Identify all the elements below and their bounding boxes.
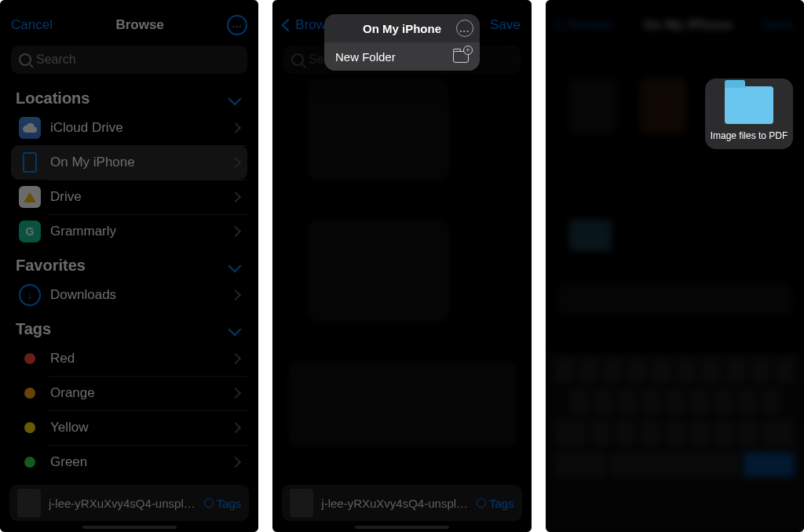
location-label: iCloud Drive	[50, 120, 232, 136]
favorite-downloads[interactable]: ↓ Downloads	[11, 278, 247, 312]
section-title: Tags	[16, 320, 51, 338]
nav-title: On My iPhone	[643, 17, 732, 33]
location-on-my-iphone[interactable]: On My iPhone	[11, 145, 247, 180]
tag-label: Orange	[50, 385, 232, 401]
back-label: Browse	[568, 17, 613, 33]
favorites-list: ↓ Downloads	[0, 278, 258, 312]
tag-dot-icon	[24, 422, 35, 433]
chevron-right-icon	[230, 290, 241, 301]
iphone-icon	[19, 151, 41, 173]
nav-title: Browse	[115, 17, 163, 33]
tag-icon	[477, 498, 486, 508]
chevron-down-icon	[228, 322, 242, 336]
new-folder-action[interactable]: New Folder	[324, 42, 480, 71]
folder-name[interactable]: Image files to PDF	[710, 130, 788, 143]
chevron-right-icon	[230, 353, 241, 364]
selected-file-bar: j-lee-yRXuXvy4sQ4-unsplash Tags	[9, 485, 249, 521]
nav-bar: Browse On My iPhone Save	[546, 8, 804, 42]
file-thumbnail	[290, 489, 313, 517]
file-name: j-lee-yRXuXvy4sQ4-unsplash	[49, 497, 196, 510]
locations-list: iCloud Drive On My iPhone Drive G Gramma…	[0, 111, 258, 249]
section-header-tags[interactable]: Tags	[0, 312, 258, 341]
chevron-back-icon	[282, 19, 295, 32]
popup-more-button[interactable]	[456, 20, 473, 37]
section-header-favorites[interactable]: Favorites	[0, 249, 258, 278]
grammarly-icon: G	[19, 220, 41, 242]
location-grammarly[interactable]: G Grammarly	[11, 214, 247, 249]
folder-options-popup: On My iPhone New Folder	[324, 14, 480, 71]
tag-icon	[204, 498, 214, 508]
tags-list: Red Orange Yellow Green	[0, 341, 258, 479]
chevron-right-icon	[230, 122, 241, 133]
popup-title: On My iPhone	[324, 14, 480, 42]
tags-button[interactable]: Tags	[477, 497, 514, 510]
favorite-label: Downloads	[50, 287, 232, 303]
new-folder-label: New Folder	[335, 50, 396, 64]
new-folder-item[interactable]: Image files to PDF	[705, 78, 793, 149]
location-label: Drive	[50, 189, 232, 205]
location-label: Grammarly	[50, 224, 232, 239]
search-field[interactable]: Search	[11, 46, 247, 74]
tag-dot-icon	[24, 457, 35, 468]
chevron-right-icon	[230, 157, 241, 168]
popup-title-text: On My iPhone	[363, 22, 441, 35]
file-thumbnail	[17, 489, 41, 517]
more-menu-button[interactable]	[227, 15, 247, 35]
ellipsis-icon	[232, 20, 243, 30]
location-label: On My iPhone	[50, 155, 232, 170]
screen-folder-created: Browse On My iPhone Save Image files to …	[546, 0, 804, 532]
screen-browse: Cancel Browse Search Locations iCloud Dr…	[0, 0, 258, 532]
home-indicator[interactable]	[82, 526, 177, 529]
screen-folder-menu: Browse Save Search On My iPhone New Fold…	[272, 0, 531, 532]
chevron-right-icon	[230, 422, 241, 433]
chevron-right-icon	[230, 191, 241, 202]
ellipsis-icon	[460, 22, 470, 35]
save-button[interactable]: Save	[490, 17, 521, 33]
nav-bar: Cancel Browse	[0, 8, 258, 42]
search-placeholder: Search	[36, 53, 76, 67]
tag-red[interactable]: Red	[11, 341, 247, 376]
tag-label: Red	[50, 351, 232, 366]
search-icon	[19, 53, 31, 66]
tag-orange[interactable]: Orange	[11, 376, 247, 410]
location-icloud-drive[interactable]: iCloud Drive	[11, 111, 247, 145]
new-folder-icon	[453, 51, 469, 63]
tag-label: Green	[50, 454, 232, 470]
search-icon	[291, 53, 304, 66]
chevron-right-icon	[230, 388, 241, 399]
tags-button-label: Tags	[217, 497, 242, 510]
chevron-down-icon	[228, 259, 242, 272]
chevron-back-icon	[554, 19, 568, 32]
section-header-locations[interactable]: Locations	[0, 82, 258, 111]
chevron-right-icon	[230, 226, 241, 237]
tag-label: Yellow	[50, 420, 232, 435]
file-name: j-lee-yRXuXvy4sQ4-unsplash	[321, 497, 469, 510]
tag-green[interactable]: Green	[11, 445, 247, 479]
chevron-down-icon	[228, 92, 242, 105]
folder-icon	[725, 86, 773, 124]
section-title: Favorites	[16, 257, 86, 275]
tag-yellow[interactable]: Yellow	[11, 410, 247, 445]
cancel-button[interactable]: Cancel	[11, 17, 53, 33]
section-title: Locations	[16, 89, 90, 107]
tag-dot-icon	[24, 353, 35, 364]
save-button[interactable]: Save	[762, 17, 793, 33]
selected-file-bar: j-lee-yRXuXvy4sQ4-unsplash Tags	[282, 485, 521, 521]
keyboard[interactable]	[546, 352, 804, 532]
tags-button-label: Tags	[489, 497, 514, 510]
tags-button[interactable]: Tags	[204, 497, 242, 510]
icloud-icon	[19, 117, 41, 139]
back-button[interactable]: Browse	[557, 17, 613, 33]
location-drive[interactable]: Drive	[11, 180, 247, 214]
download-icon: ↓	[19, 284, 41, 306]
google-drive-icon	[19, 186, 41, 208]
home-indicator[interactable]	[355, 526, 449, 529]
chevron-right-icon	[230, 457, 241, 468]
tag-dot-icon	[24, 388, 35, 399]
